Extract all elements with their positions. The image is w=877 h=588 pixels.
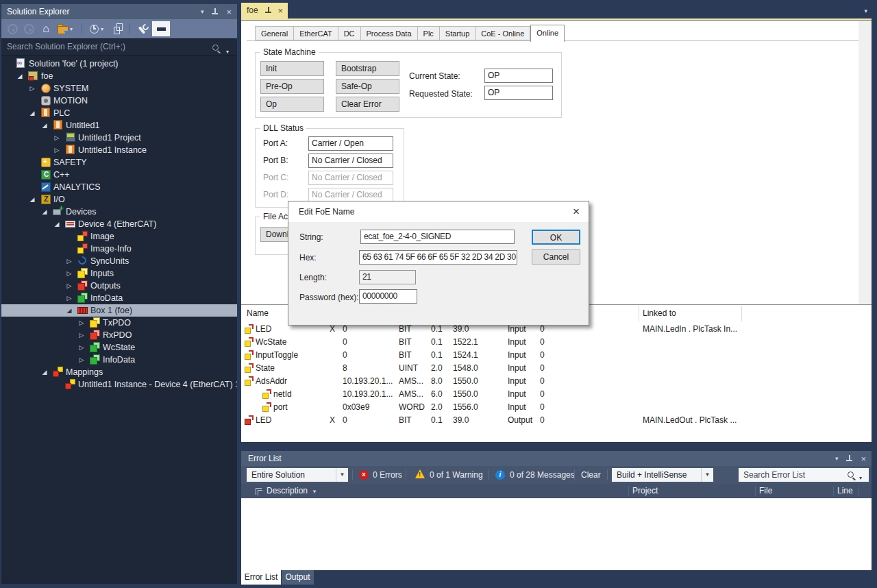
tree-item-untitled1[interactable]: ◢Untitled1 (1, 119, 237, 132)
collapse-arrow-icon[interactable]: ◢ (40, 206, 49, 218)
error-list-titlebar[interactable]: Error List ▾ × (241, 451, 872, 466)
clear-button[interactable]: Clear (581, 466, 601, 484)
pin-icon[interactable] (212, 8, 218, 15)
messages-filter-button[interactable]: 0 of 28 Messages (510, 466, 575, 484)
tree-item-devices[interactable]: ◢Devices (1, 206, 237, 218)
column-project[interactable]: Project (632, 484, 658, 498)
forward-icon[interactable] (24, 24, 34, 34)
collapse-arrow-icon[interactable]: ◢ (15, 70, 25, 82)
solution-explorer-titlebar[interactable]: Solution Explorer ▾ × (1, 4, 237, 19)
grid-row-netid[interactable]: netId10.193.20.1...AMS...6.01550.0Input0 (241, 388, 872, 401)
grid-row-state[interactable]: State8UINT2.01548.0Input0 (241, 362, 872, 375)
close-icon[interactable]: × (861, 454, 866, 463)
tree-item-infodata[interactable]: ▷InfoData (1, 354, 237, 366)
column-description[interactable]: Description▼ (267, 484, 317, 499)
close-icon[interactable]: × (226, 8, 232, 16)
grid-row-wcstate[interactable]: WcState0BIT0.11522.1Input0 (241, 336, 872, 349)
search-input[interactable]: Search Solution Explorer (Ctrl+;) ▾ (1, 38, 237, 56)
tab-pin-icon[interactable] (265, 7, 271, 14)
tree-item-untitled1-instance-device-4-ethercat-1[interactable]: Untitled1 Instance - Device 4 (EtherCAT)… (1, 378, 237, 391)
tree-item-motion[interactable]: MOTION (1, 95, 237, 107)
column-line[interactable]: Line (837, 484, 853, 498)
pending-changes-filter-icon[interactable] (90, 25, 99, 34)
grid-row-port[interactable]: port0x03e9WORD2.01556.0Input0 (241, 401, 872, 414)
window-position-icon[interactable]: ▾ (201, 4, 204, 19)
tab-online[interactable]: Online (530, 25, 565, 42)
expand-arrow-icon[interactable]: ▷ (64, 267, 74, 280)
error-list-search-input[interactable]: Search Error List ▾ (739, 468, 869, 482)
password-field[interactable]: 00000000 (359, 289, 417, 304)
expand-arrow-icon[interactable]: ▷ (64, 255, 74, 267)
home-icon[interactable]: ⌂ (40, 23, 51, 34)
clear-error-button[interactable]: Clear Error (336, 97, 399, 112)
tab-dc[interactable]: DC (338, 26, 361, 40)
expand-arrow-icon[interactable]: ▷ (64, 292, 74, 304)
tree-item-wcstate[interactable]: ▷WcState (1, 341, 237, 354)
scope-dropdown[interactable]: Entire Solution▼ (247, 468, 348, 482)
tree-item-box-1-foe[interactable]: ◢Box 1 (foe) (1, 304, 237, 317)
tree-item-i-o[interactable]: ◢I/O (1, 193, 237, 206)
expand-arrow-icon[interactable]: ▷ (52, 144, 62, 156)
tree-item-txpdo[interactable]: ▷TxPDO (1, 317, 237, 329)
tree-item-image-info[interactable]: Image-Info (1, 243, 237, 255)
current-state-field[interactable]: OP (484, 69, 553, 83)
filter-dropdown[interactable]: Build + IntelliSense▼ (612, 468, 713, 482)
hex-field[interactable]: 65 63 61 74 5F 66 6F 65 5F 32 2D 34 2D 3… (359, 250, 517, 265)
back-icon[interactable] (8, 24, 18, 34)
grid-row-inputtoggle[interactable]: InputToggle0BIT0.11524.1Input0 (241, 349, 872, 362)
grid-column-linked-to[interactable]: Linked to (643, 305, 676, 322)
tree-item-untitled1-project[interactable]: ▷Untitled1 Project (1, 132, 237, 144)
expand-arrow-icon[interactable]: ▷ (77, 354, 86, 366)
collapse-arrow-icon[interactable]: ◢ (40, 119, 49, 132)
ok-button[interactable]: OK (532, 230, 580, 245)
search-icon[interactable] (212, 45, 219, 51)
collapse-arrow-icon[interactable]: ◢ (64, 304, 74, 317)
tree-item-system[interactable]: ▷SYSTEM (1, 82, 237, 95)
string-field[interactable]: ecat_foe_2-4-0_SIGNED (360, 230, 515, 244)
tree-item-foe[interactable]: ◢foe (1, 70, 237, 82)
tree-item-plc[interactable]: ◢PLC (1, 107, 237, 119)
switch-views-icon[interactable] (58, 26, 69, 34)
tree-item-solution-foe-1-project[interactable]: Solution 'foe' (1 project) (1, 58, 237, 70)
pending-changes-dropdown-icon[interactable]: ▾ (101, 26, 106, 32)
errors-filter-button[interactable]: 0 Errors (373, 466, 402, 484)
document-tab-foe[interactable]: foe × (241, 3, 288, 19)
init-button[interactable]: Init (260, 61, 324, 76)
dialog-close-icon[interactable]: × (573, 206, 580, 217)
tree-item-device-4-ethercat[interactable]: ◢Device 4 (EtherCAT) (1, 218, 237, 230)
tree-item-untitled1-instance[interactable]: ▷Untitled1 Instance (1, 144, 237, 156)
tab-list-chevron-icon[interactable]: ▾ (864, 8, 867, 14)
pre-op-button[interactable]: Pre-Op (260, 79, 324, 94)
preview-selected-items-button[interactable] (152, 21, 170, 36)
error-list-columns[interactable]: Description▼ Project File Line (241, 484, 872, 498)
sync-with-active-document-icon[interactable] (114, 27, 120, 34)
collapse-arrow-icon[interactable]: ◢ (52, 218, 62, 230)
error-list-body[interactable] (241, 498, 872, 570)
tab-general[interactable]: General (255, 26, 294, 40)
collapse-arrow-icon[interactable]: ◢ (27, 107, 37, 119)
tree-item-infodata[interactable]: ▷InfoData (1, 292, 237, 304)
bottom-tab-output[interactable]: Output (282, 570, 314, 585)
collapse-arrow-icon[interactable]: ◢ (40, 366, 49, 378)
bootstrap-button[interactable]: Bootstrap (336, 61, 399, 76)
tree-item-safety[interactable]: SAFETY (1, 156, 237, 169)
safe-op-button[interactable]: Safe-Op (336, 79, 399, 94)
tree-item-analytics[interactable]: ANALYTICS (1, 181, 237, 193)
cancel-button[interactable]: Cancel (532, 249, 580, 265)
tree-item-mappings[interactable]: ◢Mappings (1, 366, 237, 378)
grid-row-adsaddr[interactable]: AdsAddr10.193.20.1...AMS...8.01550.0Inpu… (241, 375, 872, 388)
tab-startup[interactable]: Startup (440, 26, 475, 40)
dialog-titlebar[interactable]: Edit FoE Name × (288, 201, 589, 222)
op-button[interactable]: Op (260, 97, 324, 112)
tab-plc[interactable]: Plc (418, 26, 440, 40)
column-file[interactable]: File (759, 484, 772, 498)
collapse-arrow-icon[interactable]: ◢ (27, 193, 37, 206)
tree-item-c[interactable]: C++ (1, 169, 237, 181)
expand-arrow-icon[interactable]: ▷ (52, 132, 62, 144)
window-position-icon[interactable]: ▾ (835, 451, 839, 466)
bottom-tab-error-list[interactable]: Error List (241, 570, 281, 585)
expand-arrow-icon[interactable]: ▷ (77, 329, 86, 341)
tab-ethercat[interactable]: EtherCAT (294, 26, 338, 40)
tree-item-inputs[interactable]: ▷Inputs (1, 267, 237, 280)
expand-arrow-icon[interactable]: ▷ (77, 317, 86, 329)
